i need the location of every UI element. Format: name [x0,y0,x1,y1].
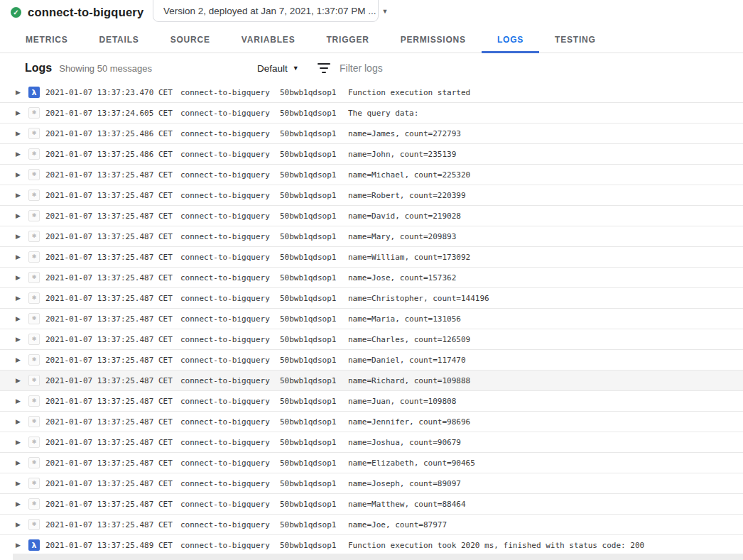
dropdown-arrow-icon: ▼ [293,65,299,72]
log-row[interactable]: ▶ ✱ 2021-01-07 13:37:25.486 CET connect-… [0,123,743,144]
info-severity-icon: ✱ [28,478,40,489]
expand-caret-icon[interactable]: ▶ [16,131,28,137]
log-execution-id: 50bwb1qdsop1 [280,191,348,200]
log-message: name=David, count=219028 [348,212,743,221]
tab-logs[interactable]: LOGS [482,28,539,53]
logs-section-title: Logs [25,62,52,75]
expand-caret-icon[interactable]: ▶ [16,254,28,260]
severity-filter-dropdown[interactable]: Default ▼ [257,63,299,74]
log-function-name: connect-to-bigquery [180,170,280,180]
log-message: name=Michael, count=225320 [348,170,743,180]
dropdown-arrow-icon: ▼ [381,8,388,16]
expand-caret-icon[interactable]: ▶ [16,501,28,507]
log-function-name: connect-to-bigquery [180,500,280,509]
log-timestamp: 2021-01-07 13:37:25.487 CET [45,273,180,282]
log-message: name=Juan, count=109808 [348,397,743,406]
expand-caret-icon[interactable]: ▶ [16,542,28,549]
expand-caret-icon[interactable]: ▶ [16,460,28,466]
log-row[interactable]: ▶ ✱ 2021-01-07 13:37:25.486 CET connect-… [0,144,743,165]
expand-caret-icon[interactable]: ▶ [16,295,28,302]
log-function-name: connect-to-bigquery [180,356,280,365]
expand-caret-icon[interactable]: ▶ [16,151,28,158]
log-message: The query data: [348,109,743,118]
log-message: name=Charles, count=126509 [348,335,743,344]
filter-list-icon[interactable] [318,63,330,73]
expand-caret-icon[interactable]: ▶ [16,316,28,322]
log-message: name=Matthew, count=88464 [348,500,743,509]
log-timestamp: 2021-01-07 13:37:25.487 CET [45,356,180,365]
log-row[interactable]: ▶ ✱ 2021-01-07 13:37:25.487 CET connect-… [0,473,743,494]
info-severity-icon: ✱ [28,395,40,407]
expand-caret-icon[interactable]: ▶ [16,110,28,116]
lambda-severity-icon: λ [28,539,40,551]
expand-caret-icon[interactable]: ▶ [16,439,28,446]
log-execution-id: 50bwb1qdsop1 [280,459,348,468]
expand-caret-icon[interactable]: ▶ [16,213,28,219]
tab-source[interactable]: SOURCE [155,28,226,53]
log-row[interactable]: ▶ ✱ 2021-01-07 13:37:25.487 CET connect-… [0,309,743,329]
log-row[interactable]: ▶ ✱ 2021-01-07 13:37:25.487 CET connect-… [0,412,743,432]
expand-caret-icon[interactable]: ▶ [16,89,28,96]
log-row[interactable]: ▶ ✱ 2021-01-07 13:37:25.487 CET connect-… [0,494,743,515]
log-row[interactable]: ▶ λ 2021-01-07 13:37:25.489 CET connect-… [0,535,743,554]
log-row[interactable]: ▶ ✱ 2021-01-07 13:37:25.487 CET connect-… [0,288,743,309]
log-timestamp: 2021-01-07 13:37:25.487 CET [45,294,180,303]
horizontal-scrollbar[interactable] [13,554,743,560]
tab-testing[interactable]: TESTING [539,28,612,53]
tab-bar: METRICSDETAILSSOURCEVARIABLESTRIGGERPERM… [0,28,743,53]
log-function-name: connect-to-bigquery [180,417,280,427]
log-row[interactable]: ▶ ✱ 2021-01-07 13:37:25.487 CET connect-… [0,370,743,391]
expand-caret-icon[interactable]: ▶ [16,234,28,240]
log-row[interactable]: ▶ ✱ 2021-01-07 13:37:25.487 CET connect-… [0,453,743,473]
log-function-name: connect-to-bigquery [180,294,280,303]
log-message: name=Joseph, count=89097 [348,479,743,488]
expand-caret-icon[interactable]: ▶ [16,336,28,343]
log-timestamp: 2021-01-07 13:37:25.487 CET [45,170,180,180]
log-timestamp: 2021-01-07 13:37:25.487 CET [45,438,180,447]
expand-caret-icon[interactable]: ▶ [16,419,28,425]
info-severity-icon: ✱ [28,231,40,242]
log-function-name: connect-to-bigquery [180,273,280,282]
log-row[interactable]: ▶ ✱ 2021-01-07 13:37:25.487 CET connect-… [0,350,743,370]
tab-trigger[interactable]: TRIGGER [310,28,384,53]
expand-caret-icon[interactable]: ▶ [16,398,28,405]
log-row[interactable]: ▶ ✱ 2021-01-07 13:37:25.487 CET connect-… [0,165,743,185]
log-row[interactable]: ▶ ✱ 2021-01-07 13:37:25.487 CET connect-… [0,432,743,453]
expand-caret-icon[interactable]: ▶ [16,522,28,528]
log-row[interactable]: ▶ ✱ 2021-01-07 13:37:25.487 CET connect-… [0,247,743,268]
log-list: ▶ λ 2021-01-07 13:37:23.470 CET connect-… [0,82,743,554]
expand-caret-icon[interactable]: ▶ [16,378,28,384]
info-severity-icon: ✱ [28,148,40,160]
log-row[interactable]: ▶ ✱ 2021-01-07 13:37:25.487 CET connect-… [0,206,743,226]
log-row[interactable]: ▶ ✱ 2021-01-07 13:37:25.487 CET connect-… [0,226,743,247]
expand-caret-icon[interactable]: ▶ [16,481,28,487]
tab-permissions[interactable]: PERMISSIONS [385,28,482,53]
log-execution-id: 50bwb1qdsop1 [280,438,348,447]
log-row[interactable]: ▶ ✱ 2021-01-07 13:37:25.487 CET connect-… [0,268,743,288]
tab-variables[interactable]: VARIABLES [226,28,311,53]
log-row[interactable]: ▶ λ 2021-01-07 13:37:23.470 CET connect-… [0,82,743,103]
tab-details[interactable]: DETAILS [84,28,155,53]
log-row[interactable]: ▶ ✱ 2021-01-07 13:37:25.487 CET connect-… [0,329,743,350]
log-timestamp: 2021-01-07 13:37:25.487 CET [45,417,180,427]
log-function-name: connect-to-bigquery [180,520,280,529]
log-row[interactable]: ▶ ✱ 2021-01-07 13:37:25.487 CET connect-… [0,391,743,412]
expand-caret-icon[interactable]: ▶ [16,172,28,178]
log-row[interactable]: ▶ ✱ 2021-01-07 13:37:25.487 CET connect-… [0,515,743,535]
log-timestamp: 2021-01-07 13:37:25.487 CET [45,212,180,221]
tab-metrics[interactable]: METRICS [10,28,84,53]
log-row[interactable]: ▶ ✱ 2021-01-07 13:37:24.605 CET connect-… [0,103,743,123]
log-execution-id: 50bwb1qdsop1 [280,212,348,221]
log-timestamp: 2021-01-07 13:37:25.486 CET [45,150,180,159]
log-message: name=Joshua, count=90679 [348,438,743,447]
expand-caret-icon[interactable]: ▶ [16,275,28,281]
log-function-name: connect-to-bigquery [180,479,280,488]
log-message: name=Jose, count=157362 [348,273,743,282]
info-severity-icon: ✱ [28,292,40,304]
expand-caret-icon[interactable]: ▶ [16,192,28,199]
log-row[interactable]: ▶ ✱ 2021-01-07 13:37:25.487 CET connect-… [0,185,743,206]
filter-logs-input[interactable] [340,62,729,74]
log-timestamp: 2021-01-07 13:37:25.486 CET [45,129,180,138]
version-selector-dropdown[interactable]: Version 2, deployed at Jan 7, 2021, 1:37… [153,0,379,22]
expand-caret-icon[interactable]: ▶ [16,357,28,363]
